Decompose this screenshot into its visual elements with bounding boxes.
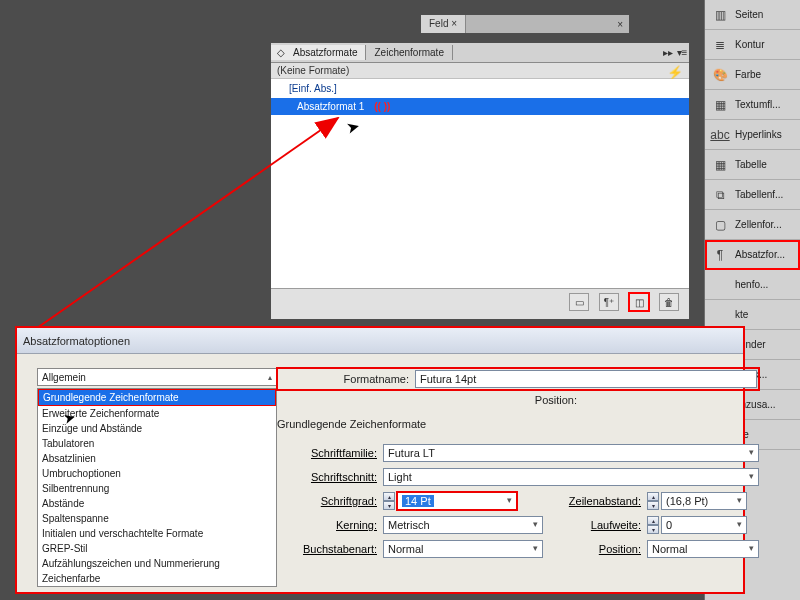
position-label-top: Position: [277, 394, 577, 406]
style-row-selected[interactable]: Absatzformat 1 (( )) [271, 98, 689, 115]
absatzformate-panel: ◇Absatzformate Zeichenformate ▸▸ ▾≡ (Kei… [270, 42, 690, 320]
case-select[interactable]: Normal [383, 540, 543, 558]
position-label: Position: [549, 543, 641, 555]
font-family-label: Schriftfamilie: [277, 447, 377, 459]
font-size-stepper[interactable]: ▴▾ [383, 492, 395, 510]
tab-absatzformate[interactable]: ◇Absatzformate [271, 45, 366, 60]
style-options-dialog: Absatzformatoptionen Allgemein▴ Grundleg… [15, 326, 745, 594]
lightning-icon: ⚡ [667, 65, 683, 80]
table-icon: ▦ [711, 157, 729, 173]
color-icon: 🎨 [711, 67, 729, 83]
category-item[interactable]: Spaltenspanne [38, 511, 276, 526]
panel-subtitle: (Keine Formate) [271, 63, 689, 79]
hyperlink-icon: abc [711, 127, 729, 143]
parastyle-icon: ¶ [711, 247, 729, 263]
pages-icon: ▥ [711, 7, 729, 23]
dialog-title: Absatzformatoptionen [17, 328, 743, 354]
position-select[interactable]: Normal [647, 540, 759, 558]
section-heading: Grundlegende Zeichenformate [277, 418, 759, 430]
panel-tabellenf[interactable]: ⧉ Tabellenf... [705, 180, 800, 210]
category-item[interactable]: Umbruchoptionen [38, 466, 276, 481]
panel-textumfl[interactable]: ▦ Textumfl... [705, 90, 800, 120]
category-item[interactable]: GREP-Stil [38, 541, 276, 556]
style-row-basic[interactable]: [Einf. Abs.] [271, 79, 689, 98]
panel-more-1[interactable]: henfo... [705, 270, 800, 300]
formatname-field[interactable]: Futura 14pt [415, 370, 757, 388]
category-item[interactable]: Initialen und verschachtelte Formate [38, 526, 276, 541]
formatname-label: Formatname: [279, 373, 409, 385]
panel-collapse-icon[interactable]: ▸▸ [661, 47, 675, 58]
font-style-select[interactable]: Light [383, 468, 759, 486]
panel-tabelle[interactable]: ▦ Tabelle [705, 150, 800, 180]
category-item[interactable]: Silbentrennung [38, 481, 276, 496]
document-tabbar: Feld × × [420, 14, 630, 34]
tracking-label: Laufweite: [549, 519, 641, 531]
footer-newstyle-button[interactable]: ◫ [629, 293, 649, 311]
doc-tab[interactable]: Feld × [421, 15, 466, 33]
font-style-label: Schriftschnitt: [277, 471, 377, 483]
case-label: Buchstabenart: [277, 543, 377, 555]
category-item[interactable]: Abstände [38, 496, 276, 511]
textwrap-icon: ▦ [711, 97, 729, 113]
panel-absatzfor[interactable]: ¶ Absatzfor... [705, 240, 800, 270]
footer-trash-icon[interactable]: 🗑 [659, 293, 679, 311]
category-item[interactable]: Absatzlinien [38, 451, 276, 466]
font-size-label: Schriftgrad: [277, 495, 377, 507]
panel-zellenfor[interactable]: ▢ Zellenfor... [705, 210, 800, 240]
panel-kontur[interactable]: ≣ Kontur [705, 30, 800, 60]
category-item[interactable]: Aufzählungszeichen und Nummerierung [38, 556, 276, 571]
tracking-stepper[interactable]: ▴▾ [647, 516, 659, 534]
category-item[interactable]: Tabulatoren [38, 436, 276, 451]
panel-menu-icon[interactable]: ▾≡ [675, 47, 689, 58]
category-item[interactable]: Zeichenfarbe [38, 571, 276, 586]
panel-farbe[interactable]: 🎨 Farbe [705, 60, 800, 90]
kerning-label: Kerning: [277, 519, 377, 531]
kerning-select[interactable]: Metrisch [383, 516, 543, 534]
font-family-select[interactable]: Futura LT [383, 444, 759, 462]
leading-stepper[interactable]: ▴▾ [647, 492, 659, 510]
tracking-field[interactable]: 0 [661, 516, 747, 534]
category-item-selected[interactable]: Grundlegende Zeichenformate [38, 389, 276, 406]
footer-folder-icon[interactable]: ▭ [569, 293, 589, 311]
cellstyle-icon: ▢ [711, 217, 729, 233]
tablestyle-icon: ⧉ [711, 187, 729, 203]
stroke-icon: ≣ [711, 37, 729, 53]
leading-label: Zeilenabstand: [549, 495, 641, 507]
footer-clear-icon[interactable]: ¶⁺ [599, 293, 619, 311]
panel-seiten[interactable]: ▥ Seiten [705, 0, 800, 30]
category-combo[interactable]: Allgemein▴ [37, 368, 277, 386]
tab-zeichenformate[interactable]: Zeichenformate [366, 45, 452, 60]
tabbar-close-icon[interactable]: × [611, 19, 629, 30]
panel-hyperlinks[interactable]: abc Hyperlinks [705, 120, 800, 150]
font-size-field[interactable]: 14 Pt [397, 492, 517, 510]
leading-field[interactable]: (16,8 Pt) [661, 492, 747, 510]
